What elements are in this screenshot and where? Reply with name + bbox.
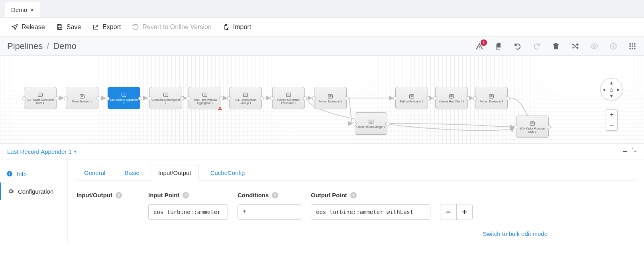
pipeline-node[interactable]: Python Evaluator 2 [395, 87, 428, 109]
node-label: EDH Kafka Producer User 1 [518, 127, 547, 133]
input-port[interactable] [147, 96, 151, 100]
help-icon[interactable]: ? [272, 192, 278, 198]
svg-rect-4 [632, 43, 633, 44]
minimize-icon[interactable]: − [622, 147, 627, 156]
help-icon[interactable]: ? [116, 192, 122, 198]
output-port[interactable] [96, 96, 100, 100]
breadcrumb-root[interactable]: Pipelines [7, 41, 43, 51]
input-port[interactable] [227, 96, 231, 100]
gear-icon [8, 188, 14, 194]
check-circle-icon[interactable] [609, 42, 618, 51]
eye-icon[interactable] [590, 42, 599, 51]
breadcrumb-row: Pipelines / Demo 1 [0, 37, 644, 56]
output-port[interactable] [55, 96, 59, 100]
tab-basic[interactable]: Basic [117, 165, 147, 181]
undo-icon[interactable] [513, 42, 522, 51]
input-point-field[interactable] [148, 204, 228, 220]
node-label: Cumulant Decomposer 1 [151, 98, 181, 104]
pipeline-node[interactable]: TSL Parent Asset Lookup 1 [229, 87, 262, 109]
pipeline-node[interactable]: Fixed Time Window Aggregator 1 [188, 87, 221, 109]
pipeline-node[interactable]: EDH Kafka Producer User 1 [516, 116, 549, 138]
pipeline-node[interactable]: Internal Http Client 1 [435, 87, 468, 109]
pipeline-node[interactable]: Point Selector 1 [66, 87, 98, 109]
output-port[interactable] [466, 96, 470, 100]
pipeline-node[interactable]: Record Generator Processor 1 [272, 87, 305, 109]
input-port[interactable] [312, 96, 316, 100]
zoom-in-button[interactable]: + [606, 110, 617, 120]
trash-icon[interactable] [552, 42, 560, 51]
tab-cacheconfig[interactable]: CacheConfig [203, 165, 253, 181]
pan-right-icon[interactable]: ▸ [617, 86, 620, 92]
add-row-button[interactable]: + [456, 204, 472, 220]
pan-left-icon[interactable]: ◂ [603, 86, 605, 92]
output-port[interactable] [385, 122, 389, 126]
redo-icon[interactable] [532, 42, 541, 51]
copy-icon[interactable] [494, 42, 503, 51]
output-port[interactable] [345, 96, 349, 100]
output-port[interactable] [180, 96, 184, 100]
input-port[interactable] [187, 96, 190, 100]
side-tabs: Info Configuration [0, 159, 68, 243]
close-icon[interactable]: × [30, 6, 34, 13]
input-port[interactable] [473, 96, 477, 100]
pipeline-node[interactable]: EDH Kafka Consumer User 1 [24, 87, 57, 109]
col-header-output: Output Point ? [311, 192, 430, 198]
pipeline-node[interactable]: Cumulant Decomposer 1 [149, 87, 182, 109]
bulk-edit-link[interactable]: Switch to bulk edit mode [483, 230, 548, 237]
pan-up-icon[interactable]: ▴ [610, 80, 613, 86]
remove-row-button[interactable]: − [440, 204, 456, 220]
output-port[interactable] [219, 96, 223, 100]
revert-button[interactable]: Revert to Online Version [132, 24, 211, 31]
output-port[interactable] [303, 96, 307, 100]
pipeline-node[interactable]: Latest Record Merger 1 [355, 112, 387, 135]
panel-body: Info Configuration General Basic Input/O… [0, 159, 644, 243]
tab-general[interactable]: General [77, 165, 113, 181]
output-port[interactable] [506, 96, 510, 100]
output-point-field[interactable] [311, 204, 430, 220]
svg-rect-14 [122, 93, 126, 96]
input-port[interactable] [433, 96, 437, 100]
import-button[interactable]: Import [223, 24, 251, 31]
help-icon[interactable]: ? [183, 192, 189, 198]
zoom-out-button[interactable]: − [606, 120, 617, 130]
breadcrumb-current: Demo [53, 41, 77, 51]
input-port[interactable] [270, 96, 274, 100]
svg-point-1 [593, 45, 595, 47]
grid-icon[interactable] [628, 42, 637, 51]
input-port[interactable] [353, 122, 357, 126]
side-tab-info[interactable]: Info [0, 165, 67, 183]
input-port[interactable] [393, 96, 397, 100]
side-tab-configuration[interactable]: Configuration [0, 183, 67, 200]
tab-demo[interactable]: Demo × [5, 2, 40, 17]
svg-rect-24 [450, 94, 454, 98]
pipeline-node[interactable]: Python Evaluator 1 [314, 87, 347, 109]
help-icon[interactable]: ? [350, 192, 357, 198]
export-button[interactable]: Export [92, 24, 121, 31]
save-button[interactable]: Save [56, 24, 81, 31]
node-type-icon [201, 92, 209, 98]
tab-input-output[interactable]: Input/Output [151, 165, 199, 181]
panel-title-dropdown[interactable]: Last Record Appender 1 ▾ [7, 148, 77, 155]
release-button[interactable]: Release [11, 24, 45, 31]
home-icon[interactable]: ⌂ [609, 86, 613, 93]
pan-down-icon[interactable]: ▾ [610, 93, 613, 99]
input-port[interactable] [106, 96, 110, 100]
pipeline-canvas[interactable]: EDH Kafka Consumer User 1Point Selector … [0, 56, 644, 143]
input-port[interactable] [64, 96, 68, 100]
output-port[interactable] [260, 96, 264, 100]
svg-rect-0 [59, 27, 61, 29]
output-port[interactable] [426, 96, 430, 100]
tab-bar: Demo × [0, 0, 644, 18]
import-icon [223, 24, 230, 31]
output-port[interactable] [138, 96, 142, 100]
pipeline-node[interactable]: Python Evaluator 3 [475, 87, 508, 109]
alerts-icon[interactable]: 1 [475, 42, 484, 51]
output-port[interactable] [547, 125, 551, 129]
input-port[interactable] [514, 125, 518, 129]
input-port[interactable] [22, 96, 26, 100]
pipeline-node[interactable]: Last Record Appender 1 [108, 87, 140, 109]
expand-icon[interactable] [631, 147, 637, 156]
conditions-field[interactable] [238, 204, 301, 220]
node-type-icon [285, 92, 293, 98]
shuffle-icon[interactable] [571, 42, 579, 51]
